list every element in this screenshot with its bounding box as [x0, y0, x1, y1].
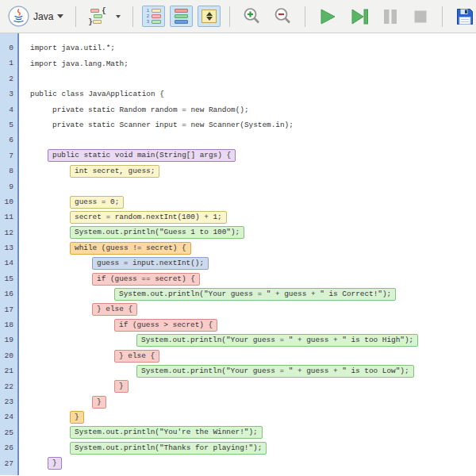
line-number: 21 — [0, 363, 17, 378]
code-block-green[interactable]: System.out.println("Your guess = " + gue… — [136, 365, 414, 378]
line-number: 11 — [0, 209, 17, 225]
code-block-blue[interactable]: guess = input.nextInt(); — [92, 257, 209, 270]
line-number: 27 — [0, 456, 17, 471]
code-editor: 0123456789101112131415161718192021222324… — [0, 33, 476, 475]
line-number: 25 — [0, 425, 17, 440]
zoom-in-icon — [242, 6, 262, 26]
code-line: System.out.println("Guess 1 to 100"); — [19, 225, 476, 240]
code-line: int secret, guess; — [19, 163, 476, 178]
gutter: 0123456789101112131415161718192021222324… — [0, 33, 19, 475]
code-block-purple[interactable]: public static void main(String[] args) { — [48, 149, 236, 162]
code-block-pink[interactable]: } else { — [114, 350, 159, 363]
run-to-end-icon — [349, 7, 370, 26]
view-numbered-blocks-toggle[interactable]: 1 2 3 — [142, 6, 165, 27]
line-number: 26 — [0, 440, 17, 455]
line-number: 16 — [0, 286, 17, 301]
run-icon — [317, 7, 338, 26]
code-line — [19, 71, 476, 86]
code-block-pink[interactable]: if (guess == secret) { — [92, 273, 200, 286]
save-icon — [455, 6, 475, 27]
code-block-pink[interactable]: } — [92, 396, 106, 409]
code-line: import java.util.*; — [19, 40, 476, 56]
code-line: private static Scanner input = new Scann… — [19, 117, 476, 132]
line-number: 1 — [0, 56, 17, 71]
code-line: public static void main(String[] args) { — [19, 148, 476, 163]
code-block-pink[interactable]: } else { — [92, 303, 137, 316]
code-block-yellow[interactable]: secret = random.nextInt(100) + 1; — [70, 211, 227, 224]
toolbar: Java { } 1 2 3 — [0, 0, 476, 33]
code-line: } — [19, 394, 476, 409]
code-block-green[interactable]: System.out.println("Guess 1 to 100"); — [70, 226, 244, 239]
line-number: 14 — [0, 255, 17, 271]
line-number: 22 — [0, 379, 17, 394]
run-to-end-button[interactable] — [346, 5, 373, 29]
code-text: private static Random random = new Rando… — [52, 106, 249, 114]
stop-button[interactable] — [408, 5, 433, 29]
colored-bars-icon — [175, 9, 188, 13]
line-number: 28 — [0, 471, 17, 476]
code-line: } — [19, 409, 476, 424]
code-block-orange[interactable]: } — [70, 411, 84, 424]
pause-icon — [381, 7, 400, 26]
run-button[interactable] — [314, 5, 341, 29]
highlight-style-icon: { } — [88, 8, 112, 25]
toolbar-separator — [75, 6, 76, 27]
line-number: 9 — [0, 179, 17, 194]
line-number: 20 — [0, 348, 17, 363]
code-text: import java.lang.Math; — [30, 60, 129, 68]
code-line: } else { — [19, 302, 476, 317]
pause-button[interactable] — [378, 5, 403, 29]
code-line: private static Random random = new Rando… — [19, 102, 476, 117]
zoom-out-icon — [273, 6, 293, 26]
highlight-style-button[interactable]: { } — [85, 6, 124, 28]
java-block-editor-window: Java { } 1 2 3 — [0, 0, 476, 476]
code-block-pink[interactable]: } — [114, 380, 129, 393]
code-block-yellow[interactable]: guess = 0; — [70, 196, 124, 209]
line-number: 3 — [0, 86, 17, 102]
line-number: 10 — [0, 194, 17, 209]
code-line: } — [19, 456, 476, 471]
toolbar-separator — [229, 6, 230, 27]
language-selector[interactable]: Java — [5, 3, 67, 29]
code-line: import java.lang.Math; — [19, 56, 476, 71]
code-line: if (guess > secret) { — [19, 317, 476, 332]
line-number: 0 — [0, 40, 17, 56]
code-block-pink[interactable]: if (guess > secret) { — [114, 319, 217, 332]
code-line: } — [19, 379, 476, 394]
toolbar-separator — [305, 6, 305, 27]
code-block-green[interactable]: System.out.println("Thanks for playing!"… — [70, 442, 267, 455]
view-fit-height-toggle[interactable] — [198, 6, 221, 27]
chevron-down-icon — [57, 14, 63, 18]
code-line: public class JavaApplication { — [19, 86, 476, 102]
code-line: while (guess != secret) { — [19, 240, 476, 255]
line-number: 12 — [0, 225, 17, 240]
view-colored-bars-toggle[interactable] — [170, 6, 193, 27]
line-number: 18 — [0, 317, 17, 332]
code-block-green[interactable]: System.out.println("Your guess = " + gue… — [114, 288, 396, 301]
code-block-yellow[interactable]: int secret, guess; — [70, 165, 159, 178]
code-line: } else { — [19, 348, 476, 363]
toolbar-separator — [132, 6, 133, 27]
code-line: System.out.println("Thanks for playing!"… — [19, 440, 476, 455]
line-number: 4 — [0, 102, 17, 117]
code-block-green[interactable]: System.out.println("Your guess = " + gue… — [136, 334, 418, 347]
code-text: } — [30, 474, 35, 475]
code-line — [19, 179, 476, 194]
code-lines: import java.util.*;import java.lang.Math… — [19, 33, 476, 475]
code-block-purple[interactable]: } — [48, 457, 62, 470]
code-text: import java.util.*; — [30, 44, 115, 52]
code-block-orange[interactable]: while (guess != secret) { — [70, 242, 191, 255]
save-button[interactable] — [451, 4, 476, 29]
code-line — [19, 132, 476, 148]
language-label: Java — [33, 11, 53, 22]
line-number: 8 — [0, 163, 17, 178]
line-number: 23 — [0, 394, 17, 409]
fit-height-icon — [202, 10, 217, 23]
line-number: 17 — [0, 302, 17, 317]
line-number: 5 — [0, 117, 17, 132]
code-block-green[interactable]: System.out.println("You're the Winner!")… — [70, 426, 263, 439]
code-line: guess = input.nextInt(); — [19, 255, 476, 271]
zoom-out-button[interactable] — [270, 4, 296, 29]
zoom-in-button[interactable] — [239, 4, 265, 29]
code-line: System.out.println("You're the Winner!")… — [19, 425, 476, 440]
